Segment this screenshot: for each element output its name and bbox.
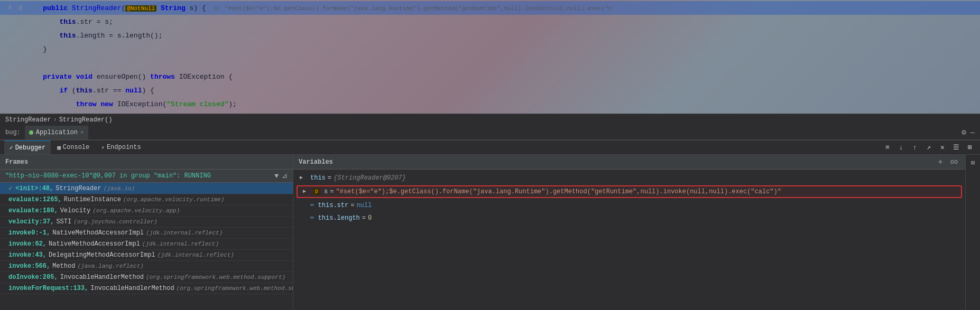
var-this-eq: = bbox=[328, 174, 331, 182]
frame-class-9: InvocableHandlerMethod bbox=[90, 285, 174, 292]
app-tab-close[interactable]: × bbox=[80, 129, 84, 136]
add-watch-btn[interactable]: + bbox=[935, 156, 946, 168]
frames-label: Frames bbox=[5, 158, 28, 166]
app-tab-dot bbox=[29, 130, 33, 135]
code-line-9: 9 @ private void ensureOpen() throws IOE… bbox=[0, 70, 980, 83]
thread-down-btn[interactable]: ▼ bbox=[274, 172, 279, 180]
variables-header-left: Variables bbox=[299, 158, 333, 166]
line-content-9: private void ensureOpen() throws IOExcep… bbox=[26, 73, 980, 81]
debug-toolbar-right: ≡ ↓ ↑ ↗ ✕ ☰ ⊞ bbox=[882, 142, 976, 153]
far-right-toolbar: ⊞ bbox=[965, 155, 980, 310]
thread-item[interactable]: "http-nio-8080-exec-10"@9,007 in group "… bbox=[0, 170, 293, 183]
var-s-expand[interactable]: ▶ bbox=[303, 188, 311, 194]
frame-item-1[interactable]: evaluate:1265, RuntimeInstance (org.apac… bbox=[0, 194, 293, 205]
toolbar-layout[interactable]: ⊞ bbox=[964, 142, 976, 153]
tab-console-label: Console bbox=[63, 144, 89, 151]
frame-loc-2: evaluate:180, bbox=[8, 207, 58, 214]
var-this-str[interactable]: ∞ this.str = null bbox=[293, 199, 965, 212]
frames-list[interactable]: "http-nio-8080-exec-10"@9,007 in group "… bbox=[0, 170, 293, 310]
debugger-icon: ✓ bbox=[10, 144, 13, 151]
frame-pkg-5: (jdk.internal.reflect) bbox=[142, 241, 219, 247]
line-number-10: 10 bbox=[0, 87, 15, 94]
vt-btn-1[interactable]: ⊞ bbox=[967, 157, 979, 168]
var-s-eq: = bbox=[330, 188, 334, 195]
variables-area[interactable]: ▶ this = {StringReader@9207} ▶ p s = "#s… bbox=[293, 170, 965, 310]
toolbar-step-over[interactable]: ≡ bbox=[882, 142, 893, 153]
var-this-name: this bbox=[310, 174, 326, 182]
toolbar-step-out[interactable]: ↑ bbox=[909, 142, 921, 153]
app-tab-settings[interactable]: ⚙ — bbox=[961, 128, 975, 137]
frame-loc-4: invoke0:-1, bbox=[8, 229, 50, 237]
tab-debugger[interactable]: ✓ Debugger bbox=[4, 140, 51, 154]
tab-endpoints[interactable]: ⚡ Endpoints bbox=[96, 140, 146, 154]
toolbar-run-cursor[interactable]: ↗ bbox=[923, 142, 935, 153]
frame-loc-1: evaluate:1265, bbox=[8, 196, 62, 203]
frame-loc-3: velocity:37, bbox=[8, 218, 54, 226]
notnull-annotation: @NotNull bbox=[125, 5, 156, 12]
frame-pkg-0: (java.io) bbox=[104, 185, 135, 192]
frame-loc-5: invoke:62, bbox=[8, 240, 47, 248]
right-panel: Variables + oo ▶ this = {StringReader@92… bbox=[293, 155, 965, 310]
endpoints-icon: ⚡ bbox=[101, 144, 105, 151]
variables-panel-header: Variables + oo bbox=[293, 155, 965, 170]
frame-pkg-2: (org.apache.velocity.app) bbox=[93, 208, 180, 214]
frame-item-8[interactable]: doInvoke:205, InvocableHandlerMethod (or… bbox=[0, 272, 293, 283]
frame-check-icon: ✓ bbox=[8, 184, 12, 192]
line-content-11: throw new IOException("Stream closed"); bbox=[26, 100, 980, 108]
breadcrumb: StringReader › StringReader() bbox=[0, 114, 980, 125]
frame-item-2[interactable]: evaluate:180, Velocity (org.apache.veloc… bbox=[0, 205, 293, 217]
frame-class-6: DelegatingMethodAccessorImpl bbox=[49, 251, 155, 259]
frame-class-5: NativeMethodAccessorImpl bbox=[49, 240, 140, 248]
var-this[interactable]: ▶ this = {StringReader@9207} bbox=[293, 172, 965, 184]
line-number-8: 8 bbox=[0, 59, 15, 67]
code-line-7: 7 } bbox=[0, 42, 980, 56]
frame-pkg-1: (org.apache.velocity.runtime) bbox=[123, 196, 224, 203]
frame-class-4: NativeMethodAccessorImpl bbox=[52, 229, 144, 237]
var-str-eq: = bbox=[350, 202, 354, 209]
frame-item-6[interactable]: invoke:43, DelegatingMethodAccessorImpl … bbox=[0, 250, 293, 261]
toolbar-evaluate[interactable]: ✕ bbox=[937, 142, 948, 153]
breadcrumb-part2: StringReader() bbox=[59, 116, 113, 124]
frame-item-5[interactable]: invoke:62, NativeMethodAccessorImpl (jdk… bbox=[0, 239, 293, 250]
frame-class-3: SSTI bbox=[56, 218, 71, 226]
var-length-oo-icon: ∞ bbox=[310, 214, 314, 221]
frame-loc-7: invoke:566, bbox=[8, 262, 50, 270]
tab-debugger-label: Debugger bbox=[15, 144, 46, 152]
app-tab[interactable]: Application × bbox=[25, 126, 88, 139]
frame-item-9[interactable]: invokeForRequest:133, InvocableHandlerMe… bbox=[0, 283, 293, 294]
thread-filter-btn[interactable]: ⊿ bbox=[282, 172, 288, 180]
var-this-length[interactable]: ∞ this.length = 0 bbox=[293, 212, 965, 224]
line-number-11: 11 bbox=[0, 100, 15, 108]
variables-label: Variables bbox=[299, 158, 333, 166]
minimize-icon[interactable]: — bbox=[970, 128, 975, 137]
code-line-6: 6 this.length = s.length(); bbox=[0, 29, 980, 42]
frames-header-left: Frames bbox=[5, 158, 28, 166]
breadcrumb-separator: › bbox=[53, 116, 57, 124]
tab-console[interactable]: ▦ Console bbox=[52, 140, 95, 154]
frame-item-4[interactable]: invoke0:-1, NativeMethodAccessorImpl (jd… bbox=[0, 228, 293, 239]
toolbar-more[interactable]: ☰ bbox=[950, 142, 962, 153]
var-str-val: null bbox=[356, 202, 372, 209]
frame-pkg-6: (jdk.internal.reflect) bbox=[158, 252, 234, 258]
frame-pkg-3: (org.joychou.controller) bbox=[73, 219, 157, 225]
frame-class-0: StringReader bbox=[56, 185, 101, 192]
frame-item-7[interactable]: invoke:566, Method (java.lang.reflect) bbox=[0, 261, 293, 272]
var-s[interactable]: ▶ p s = "#set($e="e");$e.getClass().forN… bbox=[297, 185, 962, 198]
variables-more-btn[interactable]: oo bbox=[948, 156, 960, 168]
console-icon: ▦ bbox=[57, 144, 61, 151]
line-number-5: 5 bbox=[0, 18, 15, 25]
gear-icon[interactable]: ⚙ bbox=[961, 128, 966, 137]
var-this-expand[interactable]: ▶ bbox=[300, 174, 308, 181]
frame-loc-0: <init>:48, bbox=[15, 185, 53, 192]
line-content-10: if (this.str == null) { bbox=[26, 87, 980, 95]
var-s-name: s bbox=[324, 188, 328, 195]
line-number-7: 7 bbox=[0, 45, 15, 53]
frame-class-1: RuntimeInstance bbox=[64, 196, 121, 203]
frame-item-3[interactable]: velocity:37, SSTI (org.joychou.controlle… bbox=[0, 217, 293, 228]
frame-item-0[interactable]: ✓ <init>:48, StringReader (java.io) bbox=[0, 183, 293, 194]
line-content-4: public StringReader(@NotNull String s) {… bbox=[26, 4, 980, 12]
toolbar-step-into[interactable]: ↓ bbox=[895, 142, 907, 153]
main-container: 4 @ public StringReader(@NotNull String … bbox=[0, 0, 980, 310]
var-s-val: "#set($e="e");$e.getClass().forName("jav… bbox=[336, 188, 781, 195]
frame-loc-6: invoke:43, bbox=[8, 251, 47, 259]
